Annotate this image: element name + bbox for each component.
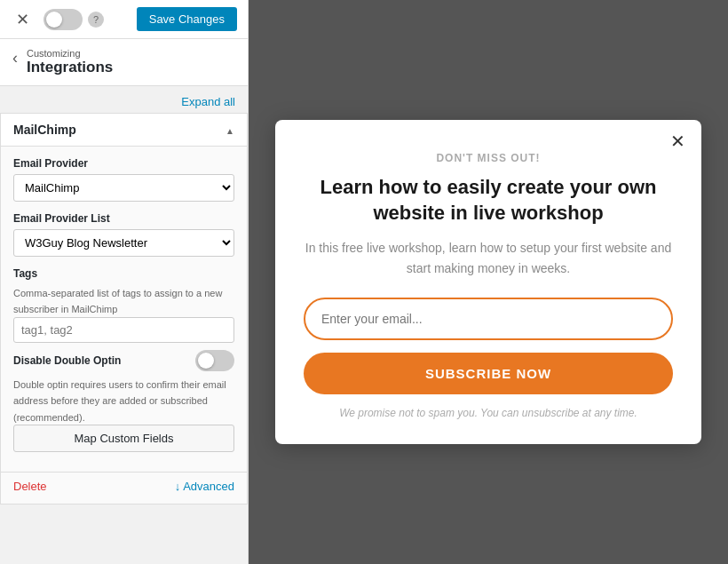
section-footer: Delete Advanced [0,473,248,504]
modal-eyebrow: DON'T MISS OUT! [304,152,673,164]
breadcrumb: Customizing Integrations [27,48,113,76]
advanced-label: Advanced [183,480,234,493]
arrow-down-icon [175,480,181,493]
sidebar-content: Expand all MailChimp Email Provider Mail… [0,86,248,564]
main-toggle[interactable] [44,9,83,30]
modal-note: We promise not to spam you. You can unsu… [304,407,673,419]
email-provider-label: Email Provider [13,157,234,170]
advanced-link[interactable]: Advanced [175,480,234,493]
delete-link[interactable]: Delete [13,480,47,493]
email-provider-list-label: Email Provider List [13,212,234,225]
email-input[interactable] [304,298,673,340]
email-provider-select[interactable]: MailChimp [13,174,234,202]
expand-all-link[interactable]: Expand all [181,95,235,108]
modal-description: In this free live workshop, learn how to… [304,238,673,278]
chevron-up-icon [226,123,234,137]
expand-all-row: Expand all [0,86,248,113]
double-optin-toggle[interactable] [195,350,234,371]
help-icon[interactable]: ? [88,12,104,28]
map-custom-fields-button[interactable]: Map Custom Fields [13,425,234,452]
modal-title: Learn how to easily create your own webs… [304,175,673,226]
double-optin-label: Disable Double Optin [13,354,121,367]
mailchimp-section-body: Email Provider MailChimp Email Provider … [0,147,248,473]
sidebar-topbar: ✕ ? Save Changes [0,0,248,39]
main-area: ✕ DON'T MISS OUT! Learn how to easily cr… [249,0,728,564]
sidebar: ✕ ? Save Changes ‹ Customizing Integrati… [0,0,249,564]
page-title: Integrations [27,59,113,76]
save-button[interactable]: Save Changes [137,7,237,31]
mailchimp-section-header[interactable]: MailChimp [0,113,248,147]
back-arrow-icon[interactable]: ‹ [12,50,18,66]
double-optin-desc: Double optin requires users to confirm t… [13,379,226,423]
double-optin-row: Disable Double Optin [13,350,234,371]
tags-desc: Comma-separated list of tags to assign t… [13,288,222,314]
subscribe-button[interactable]: SUBSCRIBE NOW [304,353,673,394]
modal: ✕ DON'T MISS OUT! Learn how to easily cr… [275,120,701,444]
modal-close-button[interactable]: ✕ [670,132,685,150]
email-provider-list-select[interactable]: W3Guy Blog Newsletter [13,229,234,257]
back-nav: ‹ Customizing Integrations [0,39,248,86]
close-button[interactable]: ✕ [11,8,35,31]
tags-input[interactable] [13,317,234,343]
breadcrumb-parent: Customizing [27,48,113,59]
tags-label: Tags [13,267,234,280]
toggle-wrap: ? [44,9,104,30]
section-title: MailChimp [13,123,76,137]
